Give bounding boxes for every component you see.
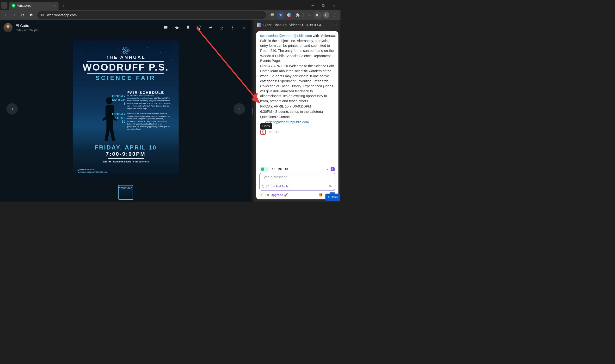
svg-point-4 xyxy=(334,15,335,15)
gpt-icon xyxy=(261,168,264,171)
new-chat-button[interactable]: + xyxy=(330,167,335,171)
mention-icon[interactable]: @ xyxy=(266,184,269,188)
side-panel-button[interactable] xyxy=(314,11,322,19)
tab-search-button[interactable] xyxy=(1,2,7,9)
window-maximize-button[interactable] xyxy=(318,2,328,9)
pin-icon[interactable] xyxy=(184,24,192,32)
media-thumbnail[interactable] xyxy=(118,185,133,200)
sider-email-link[interactable]: sciencedept@woodruffpublic.com xyxy=(260,34,312,38)
sider-panel: Sider: ChatGPT Sidebar + GPTs & GP... sc… xyxy=(254,20,341,202)
browser-menu-button[interactable] xyxy=(331,11,339,19)
svg-point-9 xyxy=(232,26,233,27)
regenerate-button[interactable] xyxy=(274,129,280,135)
contact-avatar[interactable] xyxy=(3,23,13,32)
credits-count: 28 xyxy=(265,193,269,197)
scissors-icon[interactable] xyxy=(272,167,276,171)
poster-setup-note: 6:30PM - Students set up in the cafeteri… xyxy=(73,160,179,163)
panel-splitter[interactable] xyxy=(251,20,254,202)
window-controls xyxy=(307,2,341,10)
contact-name: El Gatto xyxy=(16,24,39,28)
sider-response-text: sciencedept@woodruffpublic.com with "Sci… xyxy=(256,31,338,127)
browser-tab[interactable]: WhatsApp xyxy=(9,2,59,10)
book-icon[interactable] xyxy=(285,167,288,171)
poster-date2-line2: APRIL 10 xyxy=(111,116,126,123)
tab-title: WhatsApp xyxy=(17,4,31,7)
star-icon[interactable] xyxy=(173,24,181,32)
svg-point-11 xyxy=(232,29,233,30)
whatsapp-favicon-icon xyxy=(12,4,16,8)
chat-icon[interactable] xyxy=(162,24,170,32)
home-button[interactable] xyxy=(27,11,35,19)
copy-button[interactable] xyxy=(260,129,266,135)
svg-point-8 xyxy=(200,27,200,27)
svg-point-10 xyxy=(232,27,233,28)
site-settings-icon[interactable] xyxy=(40,13,45,17)
poster-date1-line1: FRIDAY xyxy=(110,94,126,98)
media-timestamp: today at 7:07 pm xyxy=(16,28,39,32)
poster-big-time: 7:00-9:00PM xyxy=(73,151,179,157)
close-viewer-button[interactable] xyxy=(240,24,248,32)
forward-icon[interactable] xyxy=(206,24,214,32)
model-selector[interactable] xyxy=(260,167,269,171)
sider-message-input[interactable]: Type a message... ⁒ @ + Add Tools xyxy=(260,173,335,191)
media-thumbnails xyxy=(0,183,251,202)
prev-media-button[interactable] xyxy=(6,103,18,115)
poster-date1-line2: MARCH 8 xyxy=(110,98,126,105)
sider-dropdown-button[interactable] xyxy=(327,23,331,27)
input-placeholder: Type a message... xyxy=(262,175,332,183)
sider-header: Sider: ChatGPT Sidebar + GPTs & GP... xyxy=(254,20,341,30)
sider-logo-icon xyxy=(257,23,262,27)
send-button[interactable] xyxy=(329,184,333,189)
sider-extension-icon[interactable] xyxy=(285,11,293,19)
svg-point-6 xyxy=(197,26,201,29)
add-tools-button[interactable]: + Add Tools xyxy=(272,184,290,189)
media-viewer-header: El Gatto today at 7:07 pm xyxy=(0,20,251,35)
sider-menu-button[interactable] xyxy=(331,34,336,37)
history-icon[interactable] xyxy=(325,167,329,171)
next-media-button[interactable] xyxy=(233,103,245,115)
sider-input-toolbar: + xyxy=(256,166,338,173)
forward-button[interactable] xyxy=(10,11,18,19)
poster-para2: Welcome to the Science Fair! Come learn … xyxy=(127,112,171,130)
poster-subtitle: SCIENCE FAIR xyxy=(73,75,179,81)
whatsapp-media-viewer: El Gatto today at 7:07 pm xyxy=(0,20,251,202)
emoji-icon[interactable] xyxy=(195,24,203,32)
credits-icon: ⚡ xyxy=(260,193,263,197)
upgrade-button[interactable]: Upgrade 🚀 xyxy=(271,193,288,197)
address-bar[interactable]: web.whatsapp.com xyxy=(37,11,266,19)
new-tab-button[interactable]: ＋ xyxy=(60,3,67,9)
response-actions xyxy=(256,128,338,136)
quote-button[interactable] xyxy=(267,129,273,135)
atom-icon xyxy=(121,45,131,55)
svg-point-3 xyxy=(334,13,335,14)
profile-initial: H xyxy=(323,12,329,18)
poster-pretitle: THE ANNUAL xyxy=(73,55,179,60)
install-app-icon[interactable] xyxy=(268,11,276,19)
bookmark-button[interactable] xyxy=(277,11,285,19)
browser-titlebar: WhatsApp ＋ xyxy=(0,0,341,10)
url-text: web.whatsapp.com xyxy=(47,13,77,17)
svg-point-5 xyxy=(334,16,335,16)
gift-icon[interactable]: 🎁 xyxy=(319,193,323,197)
menu-icon[interactable] xyxy=(229,24,237,32)
sider-title: Sider: ChatGPT Sidebar + GPTs & GP... xyxy=(263,23,325,27)
sider-close-button[interactable] xyxy=(333,23,338,27)
window-close-button[interactable] xyxy=(329,2,339,9)
shrink-overlay[interactable]: Shrink xyxy=(325,194,340,201)
svg-point-7 xyxy=(198,27,199,27)
browser-toolbar: web.whatsapp.com H xyxy=(0,10,341,20)
download-icon[interactable] xyxy=(218,24,226,32)
window-minimize-button[interactable] xyxy=(307,2,318,9)
extensions-button[interactable] xyxy=(294,11,301,19)
profile-button[interactable]: H xyxy=(322,11,330,19)
tab-close-button[interactable] xyxy=(53,4,56,7)
folder-add-icon[interactable] xyxy=(278,167,282,171)
media-image[interactable]: THE ANNUAL WOODRUFF P.S. SCIENCE FAIR FA… xyxy=(73,40,179,177)
poster-date2-line1: FRIDAY xyxy=(111,112,126,116)
svg-rect-2 xyxy=(323,5,324,7)
poster-title: WOODRUFF P.S. xyxy=(73,62,179,72)
reload-button[interactable] xyxy=(19,11,27,19)
downloads-button[interactable] xyxy=(305,11,313,19)
slash-commands-icon[interactable]: ⁒ xyxy=(262,184,264,188)
back-button[interactable] xyxy=(2,11,10,19)
